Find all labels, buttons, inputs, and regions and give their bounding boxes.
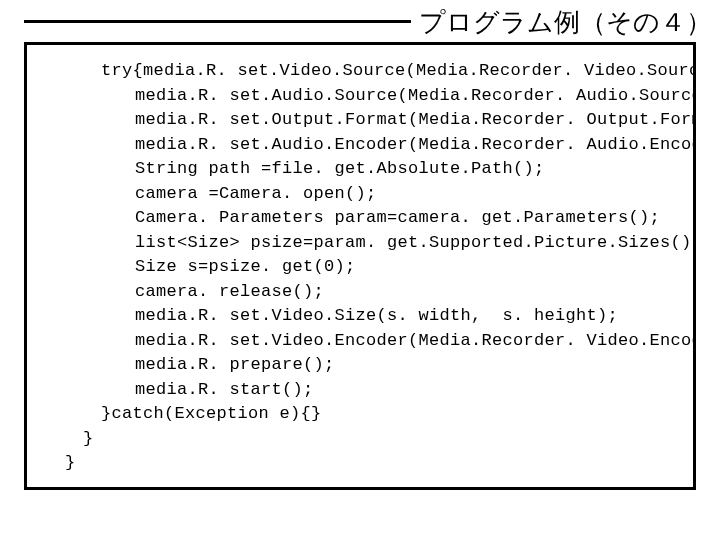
code-line: try{media.R. set.Video.Source(Media.Reco…: [45, 59, 683, 84]
code-line: media.R. start();: [45, 378, 683, 403]
code-line: list<Size> psize=param. get.Supported.Pi…: [45, 231, 683, 256]
code-line: String path =file. get.Absolute.Path();: [45, 157, 683, 182]
code-line: Camera. Parameters param=camera. get.Par…: [45, 206, 683, 231]
code-line: }catch(Exception e){}: [45, 402, 683, 427]
code-line: camera. release();: [45, 280, 683, 305]
code-line: camera =Camera. open();: [45, 182, 683, 207]
code-panel: try{media.R. set.Video.Source(Media.Reco…: [24, 42, 696, 490]
code-line: media.R. set.Video.Encoder(Media.Recorde…: [45, 329, 683, 354]
code-line: media.R. prepare();: [45, 353, 683, 378]
code-line: media.R. set.Output.Format(Media.Recorde…: [45, 108, 683, 133]
code-line: media.R. set.Video.Size(s. width, s. hei…: [45, 304, 683, 329]
code-line: media.R. set.Audio.Encoder(Media.Recorde…: [45, 133, 683, 158]
code-line: Size s=psize. get(0);: [45, 255, 683, 280]
code-line: }: [45, 427, 683, 452]
header-rule: [24, 20, 411, 23]
header-bar: プログラム例（その４）: [0, 0, 720, 42]
page-title: プログラム例（その４）: [415, 3, 720, 40]
code-line: media.R. set.Audio.Source(Media.Recorder…: [45, 84, 683, 109]
code-line: }: [45, 451, 683, 476]
